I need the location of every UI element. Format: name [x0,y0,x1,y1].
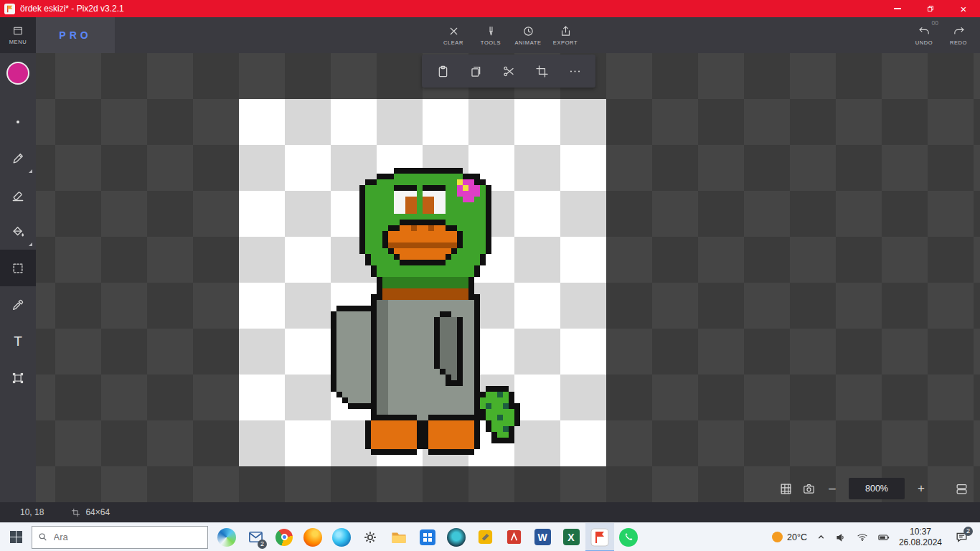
taskbar-app-adobe[interactable] [499,523,528,551]
minimize-button[interactable] [881,0,914,17]
pixel-grid-toggle[interactable] [779,482,793,496]
firefox-icon [303,528,322,547]
frames-icon [955,482,969,496]
frames-panel-button[interactable] [955,482,969,496]
app-icon [4,4,15,14]
temperature-label: 20°C [787,532,807,542]
cut-button[interactable] [496,59,521,83]
size-crop-icon [71,508,80,517]
taskbar-app-chrome[interactable] [270,523,298,551]
photos-icon [447,528,466,547]
export-button[interactable]: EXPORT [547,17,584,53]
battery-icon[interactable] [877,531,891,544]
redo-button[interactable]: REDO [941,17,976,53]
taskbar-app-notes[interactable] [471,523,499,551]
clipboard-toolbar [422,55,595,88]
zoom-in-button[interactable]: + [914,481,928,496]
taskbar-app-settings[interactable] [356,523,385,551]
eraser-icon [11,188,25,202]
tool-select-marquee[interactable] [0,250,36,286]
cursor-coordinates: 10, 18 [20,507,44,517]
sun-icon [772,532,783,542]
camera-icon [802,482,816,496]
taskbar-app-explorer[interactable] [385,523,413,551]
paste-button[interactable] [430,59,455,83]
pixel-canvas[interactable] [239,99,606,466]
zoom-out-button[interactable]: – [825,481,839,496]
minimize-icon [894,8,901,9]
taskbar-app-pix2d[interactable] [585,523,614,551]
crop-button[interactable] [529,59,554,83]
restore-button[interactable] [914,0,947,17]
speaker-icon[interactable] [835,531,848,544]
start-button[interactable] [0,523,32,551]
status-bar: 10, 18 64×64 [0,502,980,522]
weather-widget[interactable]: 20°C [772,532,807,542]
taskbar-app-excel[interactable]: X [557,523,585,551]
file-explorer-icon [390,529,407,546]
close-button[interactable]: × [947,0,980,17]
close-icon: × [961,4,967,14]
time-label: 10:37 [899,527,942,537]
edge-icon [332,528,351,547]
brush-dot-icon [17,121,19,123]
taskbar-app-photos[interactable] [442,523,471,551]
toolbar-actions: CLEAR TOOLS ANIMATE EXPORT [435,17,584,53]
window-titlebar: ördek eskizi* - Pix2d v3.2.1 × [0,0,980,17]
snapshot-button[interactable] [802,482,816,496]
ellipsis-icon [568,65,582,78]
zoom-level-value[interactable]: 800% [849,478,905,499]
whatsapp-icon [619,528,638,547]
animate-button[interactable]: ANIMATE [509,17,547,53]
tool-fill-bucket[interactable] [0,213,36,250]
grid-icon [779,482,793,496]
tools-button[interactable]: TOOLS [472,17,509,53]
taskbar-app-whatsapp[interactable] [614,523,643,551]
taskbar-app-firefox[interactable] [298,523,327,551]
taskbar-clock[interactable]: 10:37 26.08.2024 [899,527,942,548]
adobe-app-icon [506,529,522,545]
action-center-button[interactable]: 2 [950,523,973,551]
chrome-icon [275,529,293,546]
menu-button[interactable]: MENU [0,17,36,53]
pix2d-app-icon [590,528,609,547]
tool-transform[interactable] [0,359,36,396]
pencil-icon [11,151,25,166]
marquee-selection-icon [11,261,25,276]
text-tool-icon: T [14,334,22,349]
taskbar-app-mail[interactable]: 2 [241,523,270,551]
taskbar-app-store[interactable] [413,523,442,551]
store-grid-icon [419,529,436,546]
system-tray: 20°C 10:37 26.08.2024 2 [772,523,980,551]
clip-app-icon [477,529,494,545]
active-color-swatch[interactable] [6,62,29,85]
tool-text[interactable]: T [0,323,36,359]
clear-button[interactable]: CLEAR [435,17,472,53]
taskbar-app-edge[interactable] [327,523,356,551]
tool-eyedropper[interactable] [0,286,36,323]
chevron-up-icon[interactable] [815,531,827,543]
taskbar-apps: 2WX [212,523,643,551]
active-color-cell[interactable] [0,53,36,93]
more-options-button[interactable] [562,59,587,83]
tool-pencil[interactable] [0,140,36,176]
undo-button[interactable]: 00 UNDO [907,17,941,53]
undo-icon [918,25,930,37]
copy-button[interactable] [463,59,488,83]
network-wifi-icon[interactable] [856,531,869,544]
windows-taskbar: 2WX 20°C 10:37 26.08.2024 2 [0,522,980,551]
taskbar-app-orb[interactable] [212,523,241,551]
search-input[interactable] [54,532,202,542]
pro-badge[interactable]: PRO [36,17,115,53]
tool-eraser[interactable] [0,176,36,213]
main-toolbar: MENU PRO CLEAR TOOLS ANIMATE EXPORT [0,17,980,53]
excel-icon: X [563,529,580,545]
brush-size-indicator[interactable] [0,103,36,140]
taskbar-app-word[interactable]: W [528,523,557,551]
windows-logo-icon [10,531,22,543]
transform-icon [11,371,25,385]
pix2d-window: ördek eskizi* - Pix2d v3.2.1 × MENU PRO … [0,0,980,551]
paste-clipboard-icon [436,65,450,78]
taskbar-search[interactable] [32,526,208,549]
settings-gear-icon [362,529,378,545]
